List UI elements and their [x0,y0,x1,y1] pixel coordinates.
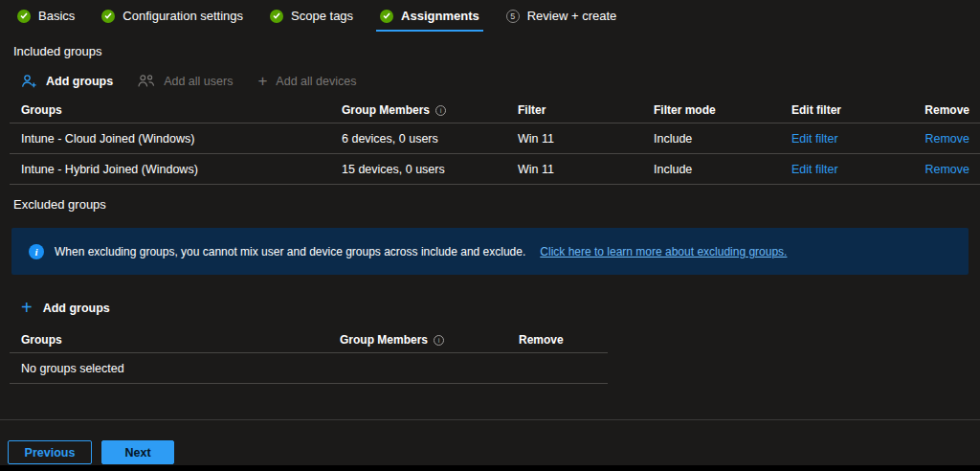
column-header-groups: Groups [21,103,342,117]
info-icon[interactable]: i [434,335,444,346]
check-icon [101,10,115,23]
edit-filter-link[interactable]: Edit filter [791,163,838,176]
group-name-cell: Intune - Hybrid Joined (Windows) [21,163,342,176]
table-row: Intune - Cloud Joined (Windows) 6 device… [10,123,980,154]
tab-label: Scope tags [291,9,353,23]
add-all-devices-label: Add all devices [276,75,356,88]
excluded-table-header: Groups Group Membersi Remove [10,326,608,353]
excluded-groups-title: Excluded groups [13,197,980,212]
filter-mode-cell: Include [654,163,791,176]
plus-icon: + [21,298,33,317]
column-header-groups: Groups [21,333,340,347]
group-members-cell: 15 devices, 0 users [342,163,518,176]
info-icon: i [29,244,44,259]
group-members-cell: 6 devices, 0 users [342,132,518,146]
next-button[interactable]: Next [101,440,174,464]
included-toolbar: Add groups Add all users + Add all devic… [21,69,980,93]
included-table-header: Groups Group Membersi Filter Filter mode… [10,98,980,123]
add-groups-button[interactable]: Add groups [21,74,113,89]
tab-label: Review + create [527,9,617,23]
bottom-strip [0,465,980,471]
column-header-filter: Filter [518,103,654,117]
person-add-icon [21,74,37,89]
tab-basics[interactable]: Basics [17,0,75,32]
check-icon [380,10,393,23]
excluded-add-groups-button[interactable]: + Add groups [21,296,110,320]
tab-review-create[interactable]: 5 Review + create [506,0,617,32]
add-all-devices-button[interactable]: + Add all devices [257,73,356,89]
table-row: Intune - Hybrid Joined (Windows) 15 devi… [10,154,980,185]
remove-link[interactable]: Remove [924,163,969,176]
column-header-group-members: Group Membersi [340,333,519,347]
filter-mode-cell: Include [654,132,791,146]
included-groups-table: Groups Group Membersi Filter Filter mode… [10,98,980,185]
add-groups-label: Add groups [43,302,110,315]
tab-configuration-settings[interactable]: Configuration settings [101,0,243,32]
previous-button[interactable]: Previous [8,440,92,464]
banner-learn-more-link[interactable]: Click here to learn more about excluding… [540,245,787,258]
column-header-remove: Remove [924,103,980,117]
tab-label: Configuration settings [122,9,243,23]
wizard-tabbar: Basics Configuration settings Scope tags… [0,0,980,32]
filter-cell: Win 11 [518,163,654,176]
edit-filter-link[interactable]: Edit filter [791,132,838,146]
tab-scope-tags[interactable]: Scope tags [270,0,353,32]
filter-cell: Win 11 [518,132,654,146]
step-number-icon: 5 [506,10,520,23]
column-header-filter-mode: Filter mode [654,103,791,117]
tab-assignments[interactable]: Assignments [380,0,479,32]
check-icon [17,10,31,23]
tab-label: Assignments [401,9,479,23]
info-banner: i When excluding groups, you cannot mix … [11,228,969,275]
add-all-users-button[interactable]: Add all users [138,74,233,88]
empty-state-text: No groups selected [21,362,608,375]
wizard-footer: Previous Next [0,419,980,471]
empty-state-row: No groups selected [10,353,608,384]
plus-icon: + [257,73,267,89]
info-icon[interactable]: i [435,105,446,116]
tab-label: Basics [38,9,75,23]
group-name-cell: Intune - Cloud Joined (Windows) [21,132,342,146]
add-all-users-label: Add all users [164,75,233,88]
people-icon [138,74,155,88]
excluded-groups-table: Groups Group Membersi Remove No groups s… [10,326,608,384]
check-icon [270,10,283,23]
remove-link[interactable]: Remove [924,132,969,146]
column-header-edit-filter: Edit filter [791,103,924,117]
included-groups-title: Included groups [13,44,980,58]
column-header-group-members: Group Membersi [342,103,518,117]
column-header-remove: Remove [519,333,608,347]
banner-message: When excluding groups, you cannot mix us… [55,245,525,258]
add-groups-label: Add groups [46,75,113,88]
